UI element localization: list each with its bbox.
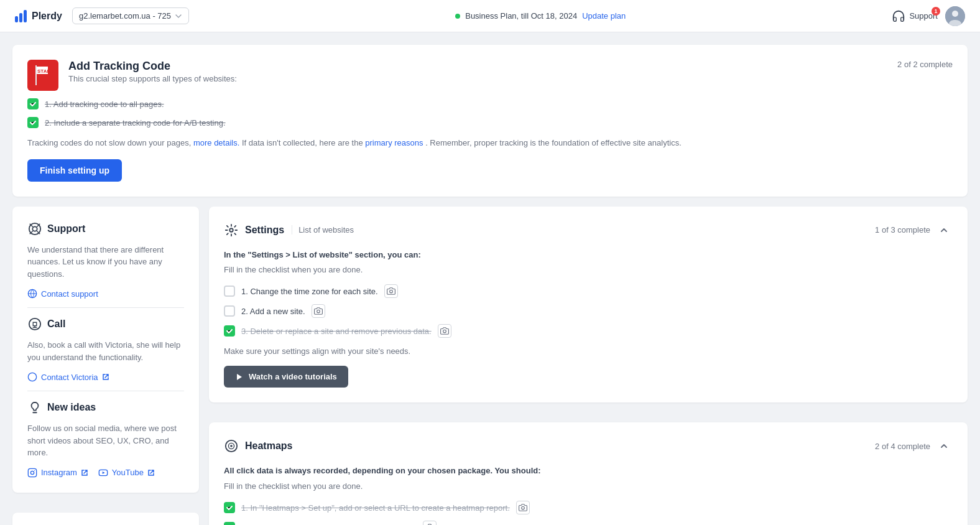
call-desc: Also, book a call with Victoria, she wil…: [27, 339, 184, 363]
heatmaps-section-bold: All click data is always recorded, depen…: [224, 466, 541, 475]
heatmaps-item-label-2: 2. Go to "Heatmaps > Clicks" for the rep…: [241, 523, 417, 525]
logo-bar-1: [15, 16, 18, 22]
support-title-row: Support: [27, 221, 184, 236]
settings-checkbox-1[interactable]: [224, 286, 235, 297]
instagram-link[interactable]: Instagram: [27, 468, 88, 478]
logo-text: Plerdy: [32, 11, 62, 22]
watch-video-tutorials-button[interactable]: Watch a video tutorials: [224, 366, 348, 388]
chevron-up-icon: [939, 225, 949, 235]
checkbox-checked-1: [27, 98, 39, 109]
settings-make-sure: Make sure your settings align with your …: [224, 346, 953, 356]
phone-icon: [28, 317, 42, 331]
divider-1: [27, 307, 184, 308]
camera-icon-1: [387, 287, 395, 295]
tracking-card: START Add Tracking Code This crucial ste…: [12, 45, 968, 197]
play-icon: [235, 373, 244, 381]
settings-section-title: In the "Settings > List of website" sect…: [224, 249, 953, 262]
settings-card: Settings List of websites 1 of 3 complet…: [209, 207, 968, 403]
svg-point-16: [30, 471, 34, 474]
youtube-link[interactable]: YouTube: [98, 468, 155, 478]
settings-title-area: Settings List of websites: [224, 223, 354, 238]
call-title: Call: [47, 318, 65, 330]
primary-reasons-link[interactable]: primary reasons: [365, 138, 423, 147]
new-ideas-title: New ideas: [47, 402, 96, 413]
new-ideas-desc: Follow us on social media, where we post…: [27, 422, 184, 459]
heatmaps-complete-badge: 2 of 4 complete: [875, 442, 930, 451]
info-text-1: Tracking codes do not slow down your pag…: [27, 138, 191, 147]
settings-checkbox-2[interactable]: [224, 305, 235, 317]
svg-point-23: [443, 330, 446, 333]
camera-icon-heatmap-1: [519, 503, 527, 512]
chevron-down-icon: [175, 12, 182, 20]
svg-marker-24: [237, 374, 242, 380]
contact-victoria-link[interactable]: Contact Victoria: [27, 372, 184, 382]
support-icon: [27, 221, 42, 236]
contact-support-link[interactable]: Contact support: [27, 289, 184, 299]
more-details-link[interactable]: more details.: [193, 138, 239, 147]
flag-svg: START: [33, 64, 53, 86]
settings-screenshot-btn-1[interactable]: [384, 284, 398, 298]
gear-icon: [224, 223, 238, 237]
support-card: Support We understand that there are dif…: [12, 207, 199, 493]
avatar[interactable]: [945, 6, 965, 26]
support-button[interactable]: 1 Support: [892, 9, 938, 23]
heatmaps-item-1: 1. In "Heatmaps > Set up", add or select…: [224, 501, 953, 514]
heatmaps-screenshot-btn-1[interactable]: [516, 501, 530, 514]
call-icon: [27, 317, 42, 332]
info-text-3: . Remember, proper tracking is the found…: [425, 138, 682, 147]
svg-point-13: [29, 318, 40, 330]
settings-complete-badge: 1 of 3 complete: [875, 225, 930, 235]
info-text-2: If data isn't collected, here are the: [242, 138, 363, 147]
settings-gear-icon: [224, 223, 239, 238]
check-icon-1: [29, 100, 37, 108]
start-flag-icon: START: [27, 60, 58, 91]
check-icon-heatmap-1: [226, 504, 233, 511]
settings-screenshot-btn-2[interactable]: [312, 304, 325, 318]
settings-collapse-button[interactable]: [935, 221, 953, 239]
tracking-item-2: 2. Include a separate tracking code for …: [27, 117, 953, 128]
heatmaps-item-label-1: 1. In "Heatmaps > Set up", add or select…: [241, 503, 510, 513]
logo-icon: [15, 10, 27, 22]
instagram-icon: [27, 468, 37, 478]
settings-item-label-3: 3. Delete or replace a site and remove p…: [241, 327, 432, 336]
tracking-complete-badge: 2 of 2 complete: [897, 60, 953, 69]
watch-btn-label: Watch a video tutorials: [249, 372, 337, 381]
new-ideas-title-row: New ideas: [27, 400, 184, 415]
header-left: Plerdy g2.lemarbet.com.ua - 725: [15, 7, 189, 24]
heatmaps-card: Heatmaps 2 of 4 complete All click data …: [209, 422, 968, 525]
external-link-icon-2: [81, 469, 88, 476]
heatmaps-title-area: Heatmaps: [224, 439, 292, 453]
heatmaps-screenshot-btn-2[interactable]: [423, 521, 437, 525]
settings-checkbox-done-3: [224, 325, 235, 337]
svg-rect-3: [35, 65, 37, 85]
youtube-label: YouTube: [112, 468, 144, 477]
heatmaps-card-header: Heatmaps 2 of 4 complete: [224, 437, 953, 455]
heatmaps-icon: [224, 439, 239, 453]
plan-text: Business Plan, till Oct 18, 2024: [465, 11, 577, 21]
life-ring-icon: [28, 222, 42, 236]
heatmaps-chevron-up-icon: [939, 441, 949, 451]
settings-item-label-1: 1. Change the time zone for each site.: [241, 287, 378, 296]
globe-icon: [27, 289, 37, 299]
page: START Add Tracking Code This crucial ste…: [0, 32, 980, 525]
heatmaps-item-2: 2. Go to "Heatmaps > Clicks" for the rep…: [224, 521, 953, 525]
svg-point-28: [522, 506, 525, 509]
update-plan-link[interactable]: Update plan: [582, 11, 626, 21]
settings-card-header: Settings List of websites 1 of 3 complet…: [224, 221, 953, 239]
finish-setting-up-button[interactable]: Finish setting up: [27, 159, 122, 182]
settings-screenshot-btn-3[interactable]: [438, 324, 451, 338]
svg-rect-15: [28, 468, 36, 476]
settings-sub-text: Fill in the checklist when you are done.: [224, 265, 953, 274]
settings-section-bold: In the "Settings > List of website" sect…: [224, 250, 421, 259]
site-label: g2.lemarbet.com.ua - 725: [79, 11, 171, 21]
check-icon-settings: [226, 327, 233, 335]
heatmaps-collapse-button[interactable]: [935, 437, 953, 455]
checkbox-checked-2: [27, 117, 39, 128]
camera-icon-2: [314, 307, 323, 315]
logo-bar-3: [24, 10, 27, 22]
external-link-icon-3: [147, 469, 155, 476]
settings-title: Settings: [245, 225, 284, 236]
lightbulb-icon: [28, 401, 42, 414]
site-selector[interactable]: g2.lemarbet.com.ua - 725: [72, 7, 189, 24]
contact-support-label: Contact support: [41, 289, 98, 299]
